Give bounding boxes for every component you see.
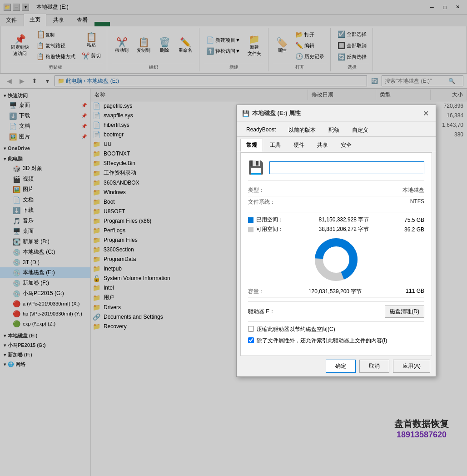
properties-dialog: 💾 本地磁盘 (E:) 属性 ✕ ReadyBoost 以前的版本 配额 自定义…	[236, 105, 436, 377]
free-space-row: 可用空间： 38,881,206,272 字节 36.2 GB	[248, 225, 424, 233]
free-color	[248, 227, 253, 232]
type-value: 本地磁盘	[402, 186, 424, 194]
compress-checkbox-row: 压缩此驱动器以节约磁盘空间(C)	[248, 326, 424, 333]
disk-clean-button[interactable]: 磁盘清理(D)	[385, 306, 424, 318]
used-bytes: 81,150,332,928 字节	[319, 216, 369, 224]
drive-info-row: 驱动器 E： 磁盘清理(D)	[248, 306, 424, 318]
drive-label-row: 💾	[248, 160, 424, 175]
dialog-title: 💾 本地磁盘 (E:) 属性	[242, 109, 301, 117]
index-checkbox-row: 除了文件属性外，还允许索引此驱动器上文件的内容(I)	[248, 337, 424, 345]
dialog-overlay: 💾 本地磁盘 (E:) 属性 ✕ ReadyBoost 以前的版本 配额 自定义…	[0, 0, 467, 476]
separator1	[248, 180, 424, 181]
separator4	[248, 321, 424, 322]
dialog-drive-icon: 💾	[242, 110, 249, 117]
dialog-tab-general[interactable]: 常规	[240, 139, 263, 152]
dialog-close-button[interactable]: ✕	[421, 109, 430, 118]
index-label: 除了文件属性外，还允许索引此驱动器上文件的内容(I)	[257, 337, 387, 345]
dialog-title-text: 本地磁盘 (E:) 属性	[252, 109, 301, 117]
dialog-tab-tools[interactable]: 工具	[264, 139, 287, 152]
dialog-tabs-row2: 常规 工具 硬件 共享 安全	[237, 137, 436, 152]
index-checkbox[interactable]	[248, 337, 254, 343]
ok-button[interactable]: 确定	[326, 360, 356, 373]
free-label: 可用空间：	[248, 225, 283, 233]
type-row: 类型： 本地磁盘	[248, 185, 424, 196]
free-bytes: 38,881,206,272 字节	[319, 225, 369, 233]
dialog-tab-quota[interactable]: 配额	[323, 124, 345, 136]
donut-svg	[313, 237, 359, 282]
dialog-tab-hardware[interactable]: 硬件	[288, 139, 310, 152]
used-space-row: 已用空间： 81,150,332,928 字节 75.5 GB	[248, 216, 424, 224]
dialog-tab-readyboost[interactable]: ReadyBoost	[240, 124, 282, 136]
type-label: 类型：	[248, 186, 264, 194]
donut-chart	[248, 237, 424, 282]
dialog-tab-security[interactable]: 安全	[335, 139, 358, 152]
compress-label: 压缩此驱动器以节约磁盘空间(C)	[257, 326, 335, 333]
free-gb: 36.2 GB	[404, 226, 424, 233]
used-label: 已用空间：	[248, 216, 283, 224]
dialog-tab-previous[interactable]: 以前的版本	[283, 124, 322, 136]
dialog-tab-custom[interactable]: 自定义	[346, 124, 374, 136]
fs-label: 文件系统：	[248, 198, 275, 206]
dialog-content: 💾 类型： 本地磁盘 文件系统： NTFS 已用空间： 81,150,332,9…	[240, 152, 432, 356]
capacity-row: 容量： 120,031,539,200 字节 111 GB	[248, 286, 424, 298]
compress-checkbox[interactable]	[248, 326, 254, 332]
fs-value: NTFS	[410, 198, 424, 206]
capacity-gb: 111 GB	[406, 288, 424, 296]
apply-button[interactable]: 应用(A)	[393, 360, 430, 373]
drive-label2: 驱动器 E：	[248, 308, 275, 316]
capacity-bytes: 120,031,539,200 字节	[308, 288, 362, 296]
separator3	[248, 301, 424, 302]
cancel-button[interactable]: 取消	[359, 360, 389, 373]
dialog-drive-icon-large: 💾	[248, 160, 264, 175]
dialog-tabs-row1: ReadyBoost 以前的版本 配额 自定义	[237, 122, 436, 137]
fs-row: 文件系统： NTFS	[248, 196, 424, 208]
separator2	[248, 212, 424, 212]
used-gb: 75.5 GB	[404, 217, 424, 223]
dialog-titlebar: 💾 本地磁盘 (E:) 属性 ✕	[237, 105, 436, 122]
drive-label-input[interactable]	[269, 161, 424, 174]
used-color	[248, 217, 253, 223]
capacity-label: 容量：	[248, 288, 264, 296]
dialog-tab-share[interactable]: 共享	[311, 139, 334, 152]
dialog-footer: 确定 取消 应用(A)	[237, 356, 436, 376]
